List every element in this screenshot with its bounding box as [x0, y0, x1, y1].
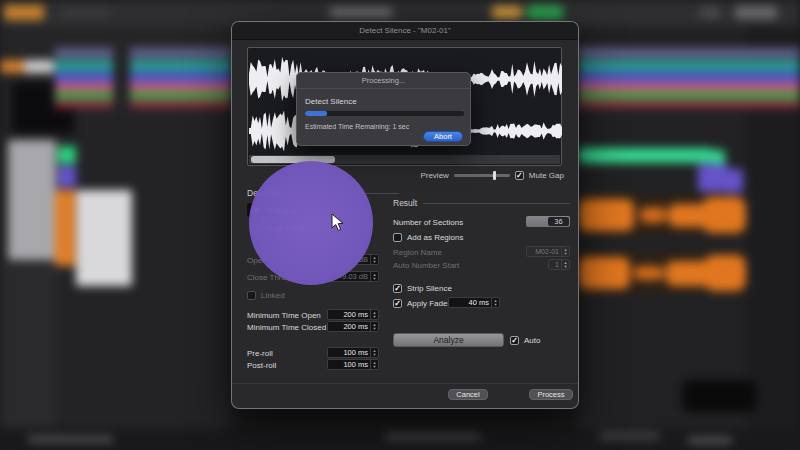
bg-shape — [578, 257, 630, 289]
bg-shape — [698, 164, 728, 192]
bg-shape — [58, 146, 76, 164]
dialog-title: Detect Silence - "M02-01" — [232, 22, 578, 40]
linked-label: Linked — [261, 291, 285, 300]
auto-checkbox[interactable]: ✓ — [510, 336, 519, 345]
bg-shape — [578, 199, 634, 231]
bg-shape — [130, 100, 232, 108]
stepper-icon[interactable]: ▲▼ — [561, 260, 569, 269]
auto-number-start-field[interactable]: 1 ▲▼ — [548, 259, 570, 270]
progress-bar-fill — [305, 111, 327, 116]
apply-fades-checkbox[interactable]: ✓ — [393, 299, 402, 308]
post-roll-field[interactable]: 100 ms ▲▼ — [327, 359, 379, 370]
bg-shape — [385, 433, 480, 440]
bg-shape — [578, 100, 800, 108]
stepper-icon[interactable]: ▲▼ — [370, 310, 378, 319]
bg-shape — [727, 169, 743, 193]
bg-shape — [578, 148, 712, 163]
process-button[interactable]: Process — [529, 389, 573, 400]
divider — [423, 203, 570, 204]
minimum-time-open-label: Minimum Time Open — [247, 311, 321, 320]
bg-shape — [700, 7, 720, 18]
mouse-cursor-icon — [331, 213, 344, 236]
footer-divider — [232, 383, 578, 384]
bg-shape — [55, 48, 113, 58]
bg-shape — [28, 436, 113, 443]
mute-gap-checkbox[interactable]: ✓ — [515, 171, 524, 180]
bg-shape — [55, 100, 113, 108]
strip-silence-label: Strip Silence — [407, 284, 452, 293]
slider-thumb[interactable] — [493, 171, 496, 180]
bg-shape — [24, 60, 54, 73]
processing-dialog: Processing... Detect Silence Estimated T… — [296, 72, 471, 146]
auto-label: Auto — [524, 336, 540, 345]
divider — [297, 88, 470, 89]
pre-roll-label: Pre-roll — [247, 349, 273, 358]
bg-shape — [60, 8, 110, 17]
bg-shape — [578, 48, 800, 58]
add-as-regions-row[interactable]: ✓ Add as Regions — [393, 232, 463, 243]
abort-button[interactable]: Abort — [423, 131, 463, 142]
stepper-icon[interactable]: ▲▼ — [370, 255, 378, 264]
strip-silence-row[interactable]: ✓ Strip Silence — [393, 283, 452, 294]
stepper-icon[interactable]: ▲▼ — [370, 348, 378, 357]
pre-roll-field[interactable]: 100 ms ▲▼ — [327, 347, 379, 358]
cancel-button[interactable]: Cancel — [448, 389, 488, 400]
progress-bar — [305, 111, 464, 116]
number-of-sections-display: 36 — [526, 216, 570, 227]
bg-shape — [60, 288, 130, 348]
bg-shape — [527, 5, 563, 20]
bg-shape — [130, 48, 232, 58]
linked-checkbox-row[interactable]: ✓ Linked — [247, 290, 285, 301]
bg-shape — [330, 8, 392, 17]
bg-shape — [682, 380, 756, 412]
slider-track — [454, 174, 510, 177]
apply-fades-length-field[interactable]: 40 ms ▲▼ — [448, 297, 500, 308]
preview-volume-slider[interactable] — [454, 171, 510, 180]
stepper-icon[interactable]: ▲▼ — [491, 298, 499, 307]
stepper-icon[interactable]: ▲▼ — [370, 322, 378, 331]
linked-checkbox[interactable]: ✓ — [247, 291, 256, 300]
bg-shape — [634, 266, 664, 280]
result-section-header: Result — [393, 198, 570, 208]
bg-shape — [8, 140, 56, 260]
bg-shape — [640, 207, 666, 223]
check-icon: ✓ — [516, 172, 523, 180]
eta-label: Estimated Time Remaining: 1 sec — [305, 123, 409, 130]
stepper-icon[interactable]: ▲▼ — [370, 272, 378, 281]
minimum-time-closed-label: Minimum Time Closed — [247, 323, 326, 332]
bg-shape — [0, 60, 24, 73]
bg-shape — [492, 6, 522, 19]
apply-fades-label: Apply Fades — [407, 299, 451, 308]
number-of-sections-value: 36 — [548, 217, 569, 226]
check-icon: ✓ — [511, 337, 518, 345]
number-of-sections-label: Number of Sections — [393, 218, 463, 227]
check-icon: ✓ — [394, 300, 401, 308]
bg-shape — [0, 262, 56, 430]
bg-shape — [688, 437, 732, 444]
bg-shape — [600, 432, 660, 440]
mute-gap-label: Mute Gap — [529, 171, 564, 180]
cursor-highlight-circle — [249, 161, 373, 285]
add-as-regions-label: Add as Regions — [407, 233, 463, 242]
bg-shape — [735, 6, 777, 19]
apply-fades-row[interactable]: ✓ Apply Fades — [393, 298, 451, 309]
minimum-time-open-field[interactable]: 200 ms ▲▼ — [327, 309, 379, 320]
preview-label: Preview — [420, 171, 448, 180]
analyze-button[interactable]: Analyze — [393, 333, 504, 347]
bg-shape — [704, 255, 746, 291]
region-name-label: Region Name — [393, 248, 442, 257]
stepper-icon[interactable]: ▲▼ — [370, 360, 378, 369]
auto-row[interactable]: ✓ Auto — [510, 335, 540, 346]
strip-silence-checkbox[interactable]: ✓ — [393, 284, 402, 293]
bg-shape — [702, 197, 746, 233]
region-name-select[interactable]: M02-01 ▲▼ — [526, 246, 570, 257]
add-as-regions-checkbox[interactable]: ✓ — [393, 233, 402, 242]
bg-shape — [55, 190, 75, 266]
stepper-icon[interactable]: ▲▼ — [561, 247, 569, 256]
bg-shape — [58, 166, 76, 188]
bg-shape — [76, 190, 132, 286]
result-header-label: Result — [393, 198, 417, 208]
minimum-time-closed-field[interactable]: 200 ms ▲▼ — [327, 321, 379, 332]
processing-title: Processing... — [297, 76, 470, 85]
processing-task-label: Detect Silence — [305, 97, 357, 106]
